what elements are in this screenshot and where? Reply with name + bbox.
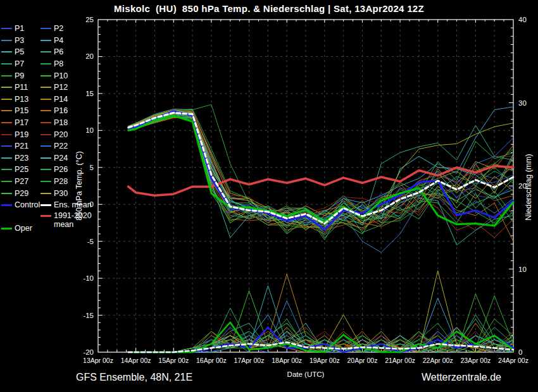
right-axis-label: Niederschlag (mm) xyxy=(524,154,533,221)
series-P28-temp xyxy=(128,104,513,226)
meteogram-plot: 2520151050-5-10-15-2040302010013Apr 00z1… xyxy=(0,0,538,392)
right-tick-label: 40 xyxy=(518,16,527,23)
left-tick-label: 0 xyxy=(90,200,94,208)
x-tick-label: 21Apr 00z xyxy=(385,357,415,364)
x-tick-label: 16Apr 00z xyxy=(196,357,227,364)
meteogram-app: Miskolc (HU) 850 hPa Temp. & Niederschla… xyxy=(0,0,538,392)
left-tick-label: 15 xyxy=(85,90,94,97)
left-tick-label: 10 xyxy=(85,126,94,134)
x-tick-label: 18Apr 00z xyxy=(272,357,302,364)
left-tick-label: 25 xyxy=(85,16,94,23)
x-tick-label: 13Apr 00z xyxy=(83,357,113,364)
chart-layer: 2520151050-5-10-15-2040302010013Apr 00z1… xyxy=(83,16,529,364)
series-P19-temp xyxy=(128,110,513,214)
x-tick-label: 24Apr 00z xyxy=(498,357,529,364)
right-tick-label: 0 xyxy=(518,348,522,356)
x-tick-label: 14Apr 00z xyxy=(121,357,151,364)
x-tick-label: 20Apr 00z xyxy=(347,357,378,364)
x-tick-label: 19Apr 00z xyxy=(310,357,340,364)
left-tick-label: 20 xyxy=(85,52,94,60)
right-tick-label: 30 xyxy=(518,99,527,107)
series-control-temp xyxy=(128,111,513,230)
series-P22-temp xyxy=(128,112,513,228)
x-tick-label: 17Apr 00z xyxy=(234,357,265,364)
x-tick-label: 15Apr 00z xyxy=(158,357,189,364)
left-tick-label: -15 xyxy=(83,312,94,319)
series-P26-temp xyxy=(128,109,513,219)
series-P30-precip xyxy=(128,271,513,352)
x-tick-label: 23Apr 00z xyxy=(460,357,491,364)
left-tick-label: -20 xyxy=(83,348,94,356)
right-tick-label: 10 xyxy=(518,266,527,273)
left-tick-label: 5 xyxy=(90,164,94,171)
x-tick-label: 22Apr 00z xyxy=(423,357,453,364)
series-P4-temp xyxy=(128,107,513,217)
footer-model-info: GFS Ensemble, 48N, 21E xyxy=(76,372,192,383)
left-axis-label: 850 hPa Temp. (°C) xyxy=(75,151,84,221)
footer-branding: Wetterzentrale.de xyxy=(422,372,501,383)
left-tick-label: -10 xyxy=(83,274,94,282)
series-P29-temp xyxy=(128,117,513,234)
left-tick-label: -5 xyxy=(87,238,94,245)
